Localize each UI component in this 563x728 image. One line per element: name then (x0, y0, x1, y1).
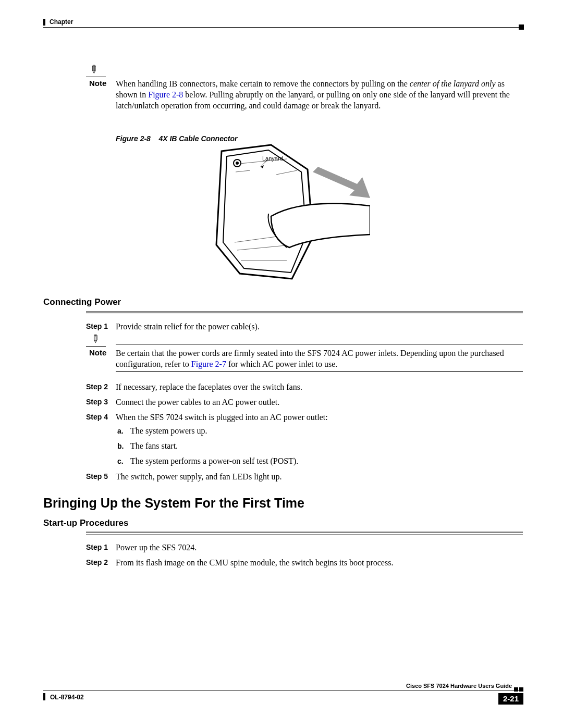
pencil-icon: ✎ (89, 64, 98, 75)
substep-label: c. (117, 457, 124, 465)
step-text: From its flash image on the CMU spine mo… (116, 557, 520, 569)
footer-square (519, 687, 523, 692)
step-label: Step 1 (86, 322, 108, 330)
section-rule (86, 311, 523, 313)
footer-doc-title: Cisco SFS 7024 Hardware Users Guide (406, 683, 512, 689)
header-rule (43, 27, 523, 28)
substep-label: a. (117, 427, 124, 435)
substep-label: b. (117, 442, 124, 450)
heading-bringing-up: Bringing Up the System For the First Tim… (43, 496, 304, 511)
step-label: Step 3 (86, 398, 108, 406)
header-square (519, 24, 524, 30)
figure-link[interactable]: Figure 2-7 (191, 360, 226, 368)
figure-number: Figure 2-8 (116, 134, 151, 143)
step-label: Step 1 (86, 543, 108, 551)
note-rule (86, 77, 106, 77)
note-separator (116, 344, 523, 344)
pencil-icon: ✎ (91, 334, 100, 344)
note-text: Be certain that the power cords are firm… (116, 348, 520, 370)
footer-doc-number: OL-8794-02 (50, 694, 84, 701)
figure-caption: Figure 2-8 4X IB Cable Connector (116, 134, 237, 143)
section-heading-connecting-power: Connecting Power (43, 297, 121, 307)
lanyard-label: Lanyard (262, 155, 283, 162)
step-text: When the SFS 7024 switch is plugged into… (116, 412, 520, 423)
step-label: Step 2 (86, 558, 108, 566)
footer-bar (43, 693, 45, 700)
note-label: Note (89, 79, 106, 88)
footer-square (514, 687, 518, 692)
footer-rule (43, 690, 523, 690)
step-label: Step 4 (86, 413, 108, 421)
svg-marker-8 (313, 167, 370, 198)
figure-link[interactable]: Figure 2-8 (148, 90, 183, 99)
step-text: If necessary, replace the faceplates ove… (116, 381, 520, 393)
note-label: Note (89, 348, 106, 357)
substep-text: The fans start. (130, 441, 178, 451)
substep-text: The system powers up. (130, 426, 207, 436)
note-rule (86, 346, 106, 347)
section-rule (86, 532, 523, 533)
step-label: Step 5 (86, 472, 108, 480)
figure-title: 4X IB Cable Connector (158, 134, 237, 143)
header-chapter: Chapter (50, 18, 73, 26)
step-text: Power up the SFS 7024. (116, 542, 520, 553)
section-heading-startup: Start-up Procedures (43, 518, 128, 528)
header-bar (43, 19, 45, 26)
section-rule (86, 314, 523, 314)
note-text: When handling IB connectors, make certai… (116, 79, 520, 111)
step-text: Provide strain relief for the power cabl… (116, 321, 520, 332)
page: Chapter ✎ Note When handling IB connecto… (0, 0, 563, 728)
page-number: 2-21 (498, 693, 523, 705)
note-text-italic: center of the lanyard only (410, 79, 496, 88)
note-text-part: for which AC power inlet to use. (226, 360, 337, 368)
step-text: Connect the power cables to an AC power … (116, 397, 520, 408)
step-label: Step 2 (86, 382, 108, 391)
svg-point-7 (236, 162, 239, 165)
note-separator (116, 371, 523, 372)
step-text: The switch, power supply, and fan LEDs l… (116, 471, 520, 483)
section-rule (86, 534, 523, 535)
figure-illustration (209, 143, 370, 281)
note-text-part: When handling IB connectors, make certai… (116, 79, 410, 88)
substep-text: The system performs a power-on self test… (130, 456, 298, 466)
